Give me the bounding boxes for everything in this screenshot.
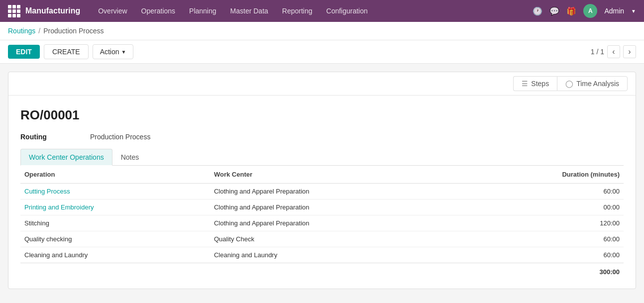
nav-operations[interactable]: Operations — [135, 4, 181, 18]
work-center-cell: Clothing and Apparel Preparation — [210, 184, 463, 200]
total-spacer — [20, 263, 463, 281]
gift-icon[interactable]: 🎁 — [566, 6, 576, 16]
avatar[interactable]: A — [583, 4, 597, 18]
toolbar: EDIT CREATE Action ▼ 1 / 1 ‹ › — [0, 40, 644, 64]
work-center-cell: Clothing and Apparel Preparation — [210, 215, 463, 231]
nav-planning[interactable]: Planning — [183, 4, 222, 18]
table-footer-row: 300:00 — [20, 263, 624, 281]
operation-cell: Stitching — [20, 215, 210, 231]
work-center-cell: Cleaning and Laundry — [210, 247, 463, 263]
pagination: 1 / 1 ‹ › — [591, 45, 636, 58]
routing-value: Production Process — [90, 133, 150, 141]
subtab-work-center-operations[interactable]: Work Center Operations — [20, 149, 112, 166]
chat-icon[interactable]: 💬 — [549, 6, 559, 16]
main-content: ☰ Steps ◯ Time Analysis RO/00001 Routing… — [0, 64, 644, 297]
nav-master-data[interactable]: Master Data — [224, 4, 274, 18]
next-page-button[interactable]: › — [623, 45, 636, 58]
tab-time-analysis[interactable]: ◯ Time Analysis — [557, 76, 628, 91]
nav-configuration[interactable]: Configuration — [321, 4, 374, 18]
col-duration: Duration (minutes) — [463, 166, 624, 184]
edit-button[interactable]: EDIT — [8, 45, 40, 59]
operation-cell[interactable]: Cutting Process — [20, 184, 210, 200]
pagination-text: 1 / 1 — [591, 48, 604, 56]
app-logo[interactable]: Manufacturing — [8, 5, 80, 17]
nav-links: Overview Operations Planning Master Data… — [92, 4, 533, 18]
table-row: StitchingClothing and Apparel Preparatio… — [20, 215, 624, 231]
tab-steps-label: Steps — [531, 80, 549, 88]
action-button[interactable]: Action ▼ — [93, 44, 134, 59]
table-header-row: Operation Work Center Duration (minutes) — [20, 166, 624, 184]
action-dropdown-icon: ▼ — [121, 49, 126, 55]
clock-icon: ◯ — [565, 80, 573, 88]
admin-dropdown-icon[interactable]: ▼ — [631, 8, 636, 14]
total-value: 300:00 — [463, 263, 624, 281]
list-icon: ☰ — [522, 80, 528, 88]
action-label: Action — [100, 48, 119, 56]
grid-icon[interactable] — [8, 5, 20, 17]
breadcrumb-separator: / — [38, 27, 40, 35]
prev-page-button[interactable]: ‹ — [607, 45, 620, 58]
operation-cell[interactable]: Printing and Embroidery — [20, 200, 210, 215]
routing-label: Routing — [20, 133, 90, 141]
app-title: Manufacturing — [25, 6, 80, 15]
card-tabs: ☰ Steps ◯ Time Analysis — [8, 72, 636, 96]
table-row: Quality checkingQuality Check60:00 — [20, 231, 624, 247]
breadcrumb: Routings / Production Process — [0, 22, 644, 40]
col-operation: Operation — [20, 166, 210, 184]
routing-field: Routing Production Process — [20, 133, 624, 141]
top-navigation: Manufacturing Overview Operations Planni… — [0, 0, 644, 22]
table-row: Printing and EmbroideryClothing and Appa… — [20, 200, 624, 215]
duration-cell: 120:00 — [463, 215, 624, 231]
duration-cell: 00:00 — [463, 200, 624, 215]
subtab-notes[interactable]: Notes — [112, 149, 148, 165]
table-row: Cutting ProcessClothing and Apparel Prep… — [20, 184, 624, 200]
breadcrumb-current: Production Process — [43, 27, 104, 35]
record-body: RO/00001 Routing Production Process Work… — [8, 96, 636, 289]
subtabs: Work Center Operations Notes — [20, 149, 624, 166]
record-card: ☰ Steps ◯ Time Analysis RO/00001 Routing… — [8, 72, 636, 289]
nav-reporting[interactable]: Reporting — [276, 4, 319, 18]
record-id: RO/00001 — [20, 107, 624, 123]
breadcrumb-parent[interactable]: Routings — [8, 27, 35, 35]
work-center-cell: Quality Check — [210, 231, 463, 247]
nav-overview[interactable]: Overview — [92, 4, 133, 18]
create-button[interactable]: CREATE — [44, 44, 89, 59]
work-center-cell: Clothing and Apparel Preparation — [210, 200, 463, 215]
operation-cell: Cleaning and Laundry — [20, 247, 210, 263]
duration-cell: 60:00 — [463, 184, 624, 200]
admin-label[interactable]: Admin — [604, 7, 624, 15]
nav-right: 🕐 💬 🎁 A Admin ▼ — [533, 4, 636, 18]
duration-cell: 60:00 — [463, 247, 624, 263]
operations-table: Operation Work Center Duration (minutes)… — [20, 166, 624, 281]
tab-steps[interactable]: ☰ Steps — [513, 76, 557, 91]
tab-time-analysis-label: Time Analysis — [576, 80, 619, 88]
table-row: Cleaning and LaundryCleaning and Laundry… — [20, 247, 624, 263]
operation-cell: Quality checking — [20, 231, 210, 247]
activity-icon[interactable]: 🕐 — [533, 6, 542, 16]
col-work-center: Work Center — [210, 166, 463, 184]
duration-cell: 60:00 — [463, 231, 624, 247]
